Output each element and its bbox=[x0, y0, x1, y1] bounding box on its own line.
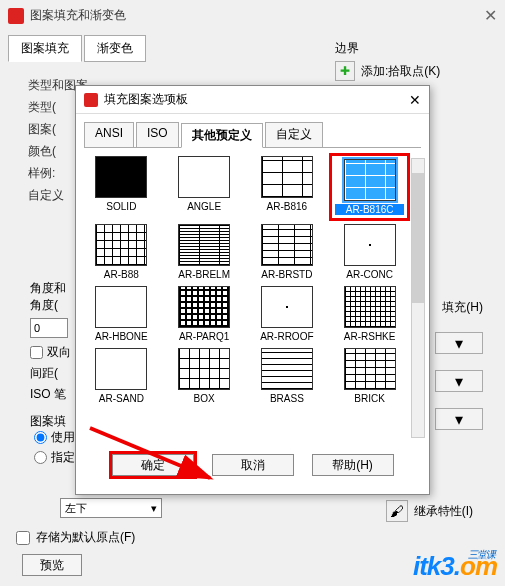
app-logo-icon bbox=[8, 8, 24, 24]
app-logo-icon bbox=[84, 93, 98, 107]
label-iso-pen: ISO 笔 bbox=[30, 386, 71, 403]
pattern-thumb bbox=[95, 224, 147, 266]
paintbrush-icon[interactable]: 🖌 bbox=[386, 500, 408, 522]
pattern-label: AR-B816 bbox=[250, 201, 325, 212]
angle-input[interactable] bbox=[30, 318, 68, 338]
pattern-swatch-ar-sand[interactable]: AR-SAND bbox=[84, 348, 159, 404]
pattern-thumb bbox=[95, 348, 147, 390]
hatch-pattern-palette-dialog: 填充图案选项板 ✕ ANSI ISO 其他预定义 自定义 SOLIDANGLEA… bbox=[75, 85, 430, 495]
outer-titlebar: 图案填充和渐变色 ✕ bbox=[0, 0, 505, 31]
pattern-grid-wrap: SOLIDANGLEAR-B816AR-B816CAR-B88AR-BRELMA… bbox=[76, 148, 429, 444]
pattern-swatch-ar-brstd[interactable]: AR-BRSTD bbox=[250, 224, 325, 280]
pattern-swatch-brass[interactable]: BRASS bbox=[250, 348, 325, 404]
tab-gradient[interactable]: 渐变色 bbox=[84, 35, 146, 62]
origin-use-row: 使用 bbox=[34, 429, 75, 446]
ok-button[interactable]: 确定 bbox=[112, 454, 194, 476]
pattern-label: AR-BRELM bbox=[167, 269, 242, 280]
pattern-thumb bbox=[344, 348, 396, 390]
pattern-swatch-ar-conc[interactable]: AR-CONC bbox=[332, 224, 407, 280]
pattern-swatch-solid[interactable]: SOLID bbox=[84, 156, 159, 218]
pattern-swatch-ar-rroof[interactable]: AR-RROOF bbox=[250, 286, 325, 342]
watermark-sub: 三堂课 bbox=[468, 548, 495, 562]
pattern-label: AR-RROOF bbox=[250, 331, 325, 342]
chevron-down-icon: ▾ bbox=[455, 372, 463, 391]
vertical-scrollbar[interactable] bbox=[411, 158, 425, 438]
tab-other-predefined[interactable]: 其他预定义 bbox=[181, 123, 263, 148]
pattern-swatch-angle[interactable]: ANGLE bbox=[167, 156, 242, 218]
inherit-label[interactable]: 继承特性(I) bbox=[414, 503, 473, 520]
pattern-thumb bbox=[344, 159, 396, 201]
label-fill-section: 图案填 bbox=[30, 413, 71, 430]
tab-custom[interactable]: 自定义 bbox=[265, 122, 323, 147]
inherit-properties-row: 🖌 继承特性(I) bbox=[386, 500, 473, 522]
pattern-label: AR-PARQ1 bbox=[167, 331, 242, 342]
close-icon[interactable]: ✕ bbox=[484, 6, 497, 25]
pattern-label: SOLID bbox=[84, 201, 159, 212]
angle-section: 角度和 角度( 双向 间距( ISO 笔 图案填 bbox=[30, 280, 71, 430]
chevron-down-icon: ▾ bbox=[455, 334, 463, 353]
pattern-swatch-ar-b816[interactable]: AR-B816 bbox=[250, 156, 325, 218]
pattern-swatch-ar-hbone[interactable]: AR-HBONE bbox=[84, 286, 159, 342]
close-icon[interactable]: ✕ bbox=[409, 92, 421, 108]
label-store-default: 存储为默认原点(F) bbox=[36, 529, 135, 546]
store-default-row: 存储为默认原点(F) bbox=[16, 529, 135, 546]
pattern-label: AR-HBONE bbox=[84, 331, 159, 342]
pattern-label: AR-B816C bbox=[335, 204, 404, 215]
chevron-down-icon: ▾ bbox=[455, 410, 463, 429]
label-boundary: 边界 bbox=[335, 40, 495, 57]
pattern-thumb bbox=[95, 286, 147, 328]
dropdown-1[interactable]: ▾ bbox=[435, 332, 483, 354]
tab-ansi[interactable]: ANSI bbox=[84, 122, 134, 147]
pattern-grid: SOLIDANGLEAR-B816AR-B816CAR-B88AR-BRELMA… bbox=[84, 156, 407, 404]
label-use: 使用 bbox=[51, 429, 75, 446]
help-button[interactable]: 帮助(H) bbox=[312, 454, 394, 476]
watermark-a: itk3 bbox=[413, 551, 454, 581]
pattern-swatch-ar-b816c[interactable]: AR-B816C bbox=[332, 156, 407, 218]
preview-button[interactable]: 预览 bbox=[22, 554, 82, 576]
label-spacing: 间距( bbox=[30, 365, 71, 382]
label-specify: 指定 bbox=[51, 449, 75, 466]
pattern-thumb bbox=[178, 348, 230, 390]
pattern-thumb bbox=[344, 286, 396, 328]
tab-iso[interactable]: ISO bbox=[136, 122, 179, 147]
scrollbar-thumb[interactable] bbox=[412, 173, 424, 303]
inner-title-text: 填充图案选项板 bbox=[104, 91, 188, 108]
pick-points-icon[interactable]: ✚ bbox=[335, 61, 355, 81]
tab-hatch[interactable]: 图案填充 bbox=[8, 35, 82, 62]
right-side-controls: 填充(H) ▾ ▾ ▾ bbox=[435, 299, 483, 430]
outer-title-text: 图案填充和渐变色 bbox=[30, 7, 126, 24]
pattern-thumb bbox=[178, 286, 230, 328]
pattern-swatch-ar-brelm[interactable]: AR-BRELM bbox=[167, 224, 242, 280]
origin-position-dropdown[interactable]: 左下 ▾ bbox=[60, 498, 162, 518]
store-default-checkbox[interactable] bbox=[16, 531, 30, 545]
label-angle: 角度( bbox=[30, 297, 71, 314]
radio-use[interactable] bbox=[34, 431, 47, 444]
pattern-thumb bbox=[261, 224, 313, 266]
pattern-thumb bbox=[178, 224, 230, 266]
pattern-label: AR-SAND bbox=[84, 393, 159, 404]
pattern-swatch-ar-b88[interactable]: AR-B88 bbox=[84, 224, 159, 280]
pattern-label: AR-RSHKE bbox=[332, 331, 407, 342]
pattern-label: AR-B88 bbox=[84, 269, 159, 280]
radio-specify[interactable] bbox=[34, 451, 47, 464]
watermark: 三堂课 itk3.om bbox=[413, 551, 497, 582]
dropdown-2[interactable]: ▾ bbox=[435, 370, 483, 392]
pattern-thumb bbox=[95, 156, 147, 198]
dropdown-3[interactable]: ▾ bbox=[435, 408, 483, 430]
pattern-swatch-ar-parq1[interactable]: AR-PARQ1 bbox=[167, 286, 242, 342]
pattern-swatch-brick[interactable]: BRICK bbox=[332, 348, 407, 404]
pattern-label: ANGLE bbox=[167, 201, 242, 212]
pattern-swatch-box[interactable]: BOX bbox=[167, 348, 242, 404]
add-pick-points-row: ✚ 添加:拾取点(K) bbox=[335, 61, 495, 81]
inner-button-row: 确定 取消 帮助(H) bbox=[76, 444, 429, 488]
double-checkbox[interactable] bbox=[30, 346, 43, 359]
chevron-down-icon: ▾ bbox=[151, 502, 157, 515]
pattern-label: AR-CONC bbox=[332, 269, 407, 280]
add-pick-points-label[interactable]: 添加:拾取点(K) bbox=[361, 63, 440, 80]
pattern-label: BOX bbox=[167, 393, 242, 404]
pattern-thumb bbox=[344, 224, 396, 266]
pattern-label: BRICK bbox=[332, 393, 407, 404]
pattern-swatch-ar-rshke[interactable]: AR-RSHKE bbox=[332, 286, 407, 342]
cancel-button[interactable]: 取消 bbox=[212, 454, 294, 476]
palette-tabs: ANSI ISO 其他预定义 自定义 bbox=[84, 122, 421, 148]
